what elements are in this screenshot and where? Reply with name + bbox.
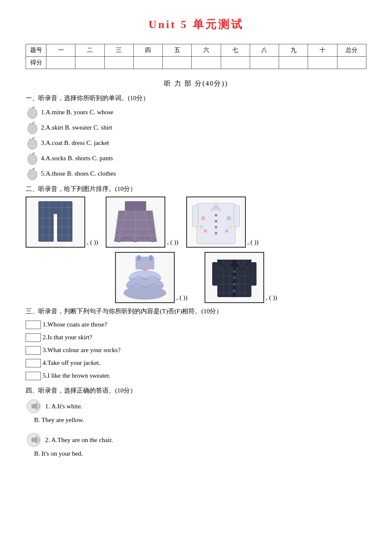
q4-line1: 2. A.They are on the chair.	[26, 432, 366, 448]
q4-line2: B. They are yellow.	[34, 414, 366, 426]
coat-svg	[190, 199, 242, 245]
bracket-2: , ( ))	[167, 239, 178, 248]
svg-point-3	[28, 154, 37, 165]
bracket-3: , ( ))	[248, 239, 259, 248]
tf-text: 1.Whose coats are those?	[43, 319, 107, 330]
svg-rect-7	[57, 213, 72, 242]
section4-heading: 四、听录音，选择正确的答语。(10分）	[26, 387, 366, 395]
svg-point-40	[225, 229, 228, 233]
section2: 二、听录音，给下列图片排序。(10分）	[26, 185, 366, 303]
section1-item: 1.A.mine B. yours C. whose	[26, 106, 366, 119]
q4-num: 2. A.They are on the chair.	[45, 434, 113, 446]
svg-point-39	[204, 229, 207, 233]
bracket-5: , ( ))	[266, 294, 277, 303]
score-table: 题号一二三四五六七八九十总分得分	[26, 44, 366, 69]
svg-point-36	[228, 217, 230, 219]
tf-bracket	[26, 346, 41, 355]
svg-point-37	[199, 225, 203, 228]
item-text: 1.A.mine B. yours C. whose	[41, 107, 113, 118]
tf-bracket	[26, 321, 41, 329]
apple-icon	[26, 121, 39, 135]
svg-point-30	[215, 220, 217, 223]
svg-rect-42	[234, 205, 239, 227]
svg-rect-6	[38, 213, 54, 242]
image-item-jacket: , ( ))	[205, 252, 277, 303]
image-item-dress: , ( ))	[115, 252, 187, 303]
section3-item: 4.Take off your jacket.	[26, 357, 366, 369]
bracket-4: , ( ))	[176, 294, 187, 303]
apple-icon	[26, 106, 39, 119]
image-item-pants: , ( ))	[26, 197, 98, 248]
tf-bracket	[26, 372, 41, 380]
tf-bracket	[26, 333, 41, 342]
section1-heading: 一、听录音，选择你所听到的单词。(10分）	[26, 94, 366, 102]
apple-icon	[26, 152, 39, 165]
section4-item: 1. A.It's white. B. They are yellow.	[26, 398, 366, 426]
apple-icon	[26, 167, 39, 181]
section1-item: 2.A.skirt B. sweater C. shirt	[26, 121, 366, 135]
item-text: 4.A.socks B. shorts C. pants	[41, 153, 113, 164]
tf-text: 4.Take off your jacket.	[43, 357, 101, 369]
speaker-icon	[26, 432, 42, 448]
pants-svg	[30, 199, 81, 245]
section1-item: 4.A.socks B. shorts C. pants	[26, 152, 366, 165]
svg-point-38	[229, 225, 233, 228]
tf-text: 2.Is that your skirt?	[43, 332, 92, 343]
svg-point-55	[233, 289, 236, 292]
listening-section-title: 听 力 部 分(40分))	[26, 79, 366, 88]
skirt-svg	[110, 199, 161, 245]
svg-point-0	[28, 108, 37, 119]
svg-rect-57	[251, 262, 257, 286]
svg-point-2	[28, 139, 37, 149]
section2-row1: , ( )) , (	[26, 197, 366, 248]
section3-heading: 三、听录音，判断下列句子与你所听到的内容是(T)否(F)相符。(10分）	[26, 307, 366, 315]
clothing-pants	[26, 197, 85, 248]
apple-icon	[26, 136, 39, 150]
tf-text: 3.What colour are your socks?	[43, 344, 121, 356]
svg-point-32	[215, 232, 217, 234]
svg-point-1	[28, 124, 37, 134]
section4: 四、听录音，选择正确的答语。(10分） 1. A.It's white. B. …	[26, 387, 366, 460]
item-text: 2.A.skirt B. sweater C. shirt	[41, 122, 112, 133]
section1-item: 3.A.coat B. dress C. jacket	[26, 136, 366, 150]
speaker-icon	[26, 398, 42, 414]
item-text: 5.A.those B. shoes C. clothes	[41, 168, 116, 179]
jacket-svg	[209, 254, 260, 301]
section1-item: 5.A.those B. shoes C. clothes	[26, 167, 366, 181]
svg-point-29	[215, 214, 217, 217]
bracket-1: , ( ))	[87, 239, 98, 248]
section3: 三、听录音，判断下列句子与你所听到的内容是(T)否(F)相符。(10分） 1.W…	[26, 307, 366, 382]
tf-bracket	[26, 359, 41, 367]
page-title: Unit 5 单元测试	[26, 17, 366, 32]
q4-line2: B. It's on your bed.	[34, 448, 366, 460]
section3-item: 2.Is that your skirt?	[26, 332, 366, 343]
clothing-dress	[115, 252, 175, 303]
section4-item: 2. A.They are on the chair. B. It's on y…	[26, 432, 366, 460]
svg-point-53	[233, 277, 236, 279]
section2-heading: 二、听录音，给下列图片排序。(10分）	[26, 185, 366, 193]
svg-rect-56	[212, 262, 218, 286]
section3-item: 3.What colour are your socks?	[26, 344, 366, 356]
svg-rect-45	[149, 255, 153, 260]
section3-item: 5.I like the brown sweater.	[26, 370, 366, 382]
section3-item: 1.Whose coats are those?	[26, 319, 366, 330]
svg-point-52	[233, 270, 236, 273]
svg-point-4	[28, 170, 37, 180]
svg-point-31	[215, 226, 217, 228]
svg-rect-44	[137, 255, 141, 260]
svg-point-48	[124, 286, 166, 300]
svg-rect-41	[193, 205, 198, 227]
svg-rect-19	[125, 201, 146, 211]
section1: 一、听录音，选择你所听到的单词。(10分） 1.A.mine B. yours …	[26, 94, 366, 181]
section2-row2: , ( ))	[26, 252, 366, 303]
clothing-jacket	[205, 252, 264, 303]
svg-point-34	[202, 217, 204, 219]
clothing-coat	[186, 197, 246, 248]
image-item-coat: , ( ))	[186, 197, 259, 248]
q4-line1: 1. A.It's white.	[26, 398, 366, 414]
q4-num: 1. A.It's white.	[45, 401, 82, 412]
item-text: 3.A.coat B. dress C. jacket	[41, 138, 109, 149]
dress-svg	[119, 254, 170, 301]
image-item-skirt: , ( ))	[106, 197, 178, 248]
clothing-skirt	[106, 197, 165, 248]
